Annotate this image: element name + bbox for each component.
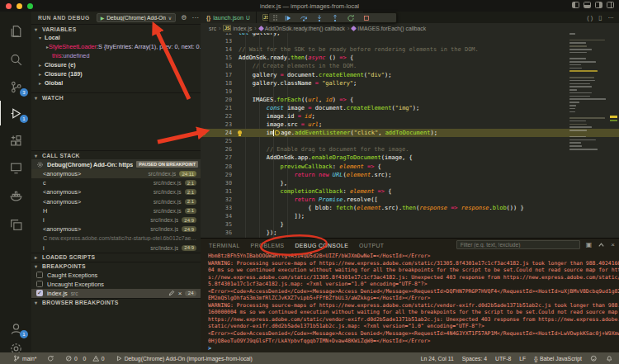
panel-tab-debug-console[interactable]: DEBUG CONSOLE [295,243,349,248]
checkbox[interactable]: ✓ [36,290,43,296]
checkbox[interactable] [36,272,43,278]
breakpoint-gutter[interactable]: ▶ [201,222,207,228]
code-line-31[interactable]: ▶31 completionCallback: element => { [201,187,619,196]
breakpoint-exception-row[interactable]: Caught Exceptions [31,271,201,280]
breakpoint-gutter[interactable]: ▶ [201,39,207,45]
section-variables[interactable]: ▾VARIABLES [31,24,201,33]
call-stack-frame[interactable]: Hsrc/index.js2:1 [31,206,201,215]
customize-layout-icon[interactable] [607,2,614,8]
status-braces[interactable]: {}Babel JavaScript [534,356,582,362]
toggle-sidebar-icon[interactable] [572,2,579,8]
activity-run-and-debug-icon[interactable]: 1 [0,101,31,125]
console-prompt[interactable]: > [208,345,619,352]
status-feedback[interactable] [590,355,598,362]
console-filter-input[interactable] [456,240,580,249]
breakpoint-gutter[interactable]: ▶ [201,97,207,102]
section-breakpoints[interactable]: ▾BREAKPOINTS [31,262,201,271]
section-loaded-scripts[interactable]: ▸LOADED SCRIPTS [31,253,201,262]
call-stack-frame[interactable]: isrc/index.js24:9 [31,215,201,225]
breakpoint-gutter[interactable]: ▶ [201,172,207,177]
code-line-14[interactable]: ▶14// Wait for the SDK to be ready befor… [201,45,619,54]
breadcrumb-item[interactable]: IMAGES.forEach() callback [352,26,426,31]
activity-extensions-icon[interactable] [0,128,31,153]
code-line-24[interactable]: ▶24 image.addEventListener("click", addT… [201,129,619,137]
breakpoint-gutter[interactable]: ▶ [201,206,207,211]
breakpoint-gutter[interactable]: ▶ [201,163,207,169]
variables-row-this[interactable]: this: undefined [31,51,201,60]
code-line-27[interactable]: ▶27 AddOnSdk.app.enableDragToDocument(im… [201,154,619,162]
debug-session-row[interactable]: Debug(Chrome) Add-On: https://ne…PAUSED … [31,159,201,169]
call-stack-frame[interactable]: Cnew.express.adobe.com/static/hz-startup… [31,234,201,243]
status-bell[interactable] [606,355,613,362]
section-call-stack[interactable]: ▾CALL STACK [31,150,201,159]
status-sync[interactable] [47,355,54,362]
call-stack-frame[interactable]: <anonymous>src/index.js24:9 [31,225,201,234]
status-encoding[interactable]: UTF-8 [495,356,511,362]
continue-button[interactable] [280,13,295,22]
breakpoint-gutter[interactable]: ▶ [201,47,207,53]
breadcrumb-item[interactable]: src [209,26,216,31]
activity-remote-explorer-icon[interactable] [0,155,31,180]
breakpoint-gutter[interactable]: ▶ [201,122,207,128]
code-line-25[interactable]: ▶25 [201,137,619,145]
code-line-29[interactable]: ▶29 return new URL(element.src); [201,171,619,179]
panel-tab-output[interactable]: OUTPUT [359,243,384,248]
code-line-19[interactable]: ▶19 [201,87,619,96]
code-line-20[interactable]: ▶20 IMAGES.forEach((url, id) => { [201,96,619,104]
code-editor[interactable]: ▶12let gallery;▶13▶14// Wait for the SDK… [201,33,619,238]
restart-button[interactable] [343,13,358,22]
code-line-33[interactable]: ▶33 { blob: fetch(element.src).then(resp… [201,204,619,212]
breakpoint-gutter[interactable]: ▶ [201,33,207,36]
call-stack-frame[interactable]: <anonymous>src/index.js2:1 [31,187,201,196]
breakpoint-gutter[interactable]: ▶ [201,214,207,220]
breakpoint-gutter[interactable]: ▶ [201,72,207,78]
checkbox[interactable] [36,281,43,287]
code-line-34[interactable]: ▶34 ]); [201,212,619,220]
variables-row-global[interactable]: ▸Global [31,78,201,87]
open-launch-json-gear-icon[interactable]: ⚙ [181,14,187,21]
breakpoint-gutter[interactable]: ▶ [201,55,207,61]
code-line-21[interactable]: ▶21 const image = document.createElement… [201,104,619,112]
split-editor-icon[interactable]: ▯ [598,14,602,21]
step-over-button[interactable] [295,13,311,22]
breakpoint-gutter[interactable]: ▶ [201,155,207,161]
sticky-scroll-icon[interactable]: ( ) [587,14,593,21]
breakpoint-gutter[interactable]: ▶ [201,80,207,86]
breakpoint-gutter[interactable]: ▶ [201,105,207,111]
variables-row-closure-189-[interactable]: ▸Closure (189) [31,69,201,78]
activity-explorer-icon[interactable] [0,18,31,43]
open-console-editor-icon[interactable]: ▣ [586,242,593,248]
breakpoint-gutter[interactable]: ▶ [201,230,207,236]
close-panel-icon[interactable]: × [611,242,615,248]
views-more-actions-icon[interactable]: ⋯ [191,14,198,21]
edit-breakpoint-icon[interactable] [168,290,175,296]
call-stack-frame[interactable]: <anonymous>src/index.js2:1 [31,197,201,206]
remove-breakpoint-icon[interactable]: × [178,290,182,297]
breakpoint-gutter[interactable]: ▶ [201,196,207,202]
breakpoint-gutter[interactable]: ▶ [201,147,207,153]
breakpoint-gutter[interactable]: ▶ [201,88,207,94]
breadcrumb-item[interactable]: JSindex.js [223,25,252,31]
launch-config-dropdown[interactable]: ▶ Debug(Chrome) Add-On ∨ [97,13,177,22]
breakpoint-gutter[interactable]: ▶ [201,188,207,194]
code-line-18[interactable]: ▶18 gallery.className = "gallery"; [201,79,619,87]
status-branch[interactable]: main* [13,355,36,362]
code-line-28[interactable]: ▶28 previewCallback: element => { [201,163,619,171]
variables-row-closure-e-[interactable]: ▸Closure (e) [31,60,201,69]
code-line-35[interactable]: ▶35 } [201,220,619,229]
breakpoint-gutter[interactable]: ▶ [201,64,207,69]
call-stack-frame[interactable]: csrc/index.js2:1 [31,178,201,187]
toolbar-drag-handle[interactable] [273,15,277,21]
code-line-17[interactable]: ▶17 gallery = document.createElement("di… [201,70,619,78]
overview-ruler[interactable] [607,33,619,238]
more-actions-icon[interactable]: ⋯ [608,14,615,21]
status-debug[interactable]: Debug(Chrome) Add-On (import-images-from… [116,355,253,362]
variables-row-local[interactable]: ▾Local [31,33,201,42]
code-line-26[interactable]: ▶26 // Enable drag to document for the i… [201,145,619,154]
tab-launch-json[interactable]: {}launch.jsonU [201,12,257,23]
breakpoint-exception-row[interactable]: Uncaught Exceptions [31,280,201,289]
breakpoint-gutter[interactable]: ▶ [201,180,207,186]
call-stack-frame[interactable]: isrc/index.js24:9 [31,243,201,253]
section-watch[interactable]: ▾WATCH [31,92,201,102]
status-cursor-position[interactable]: Ln 24, Col 11 [421,356,454,362]
